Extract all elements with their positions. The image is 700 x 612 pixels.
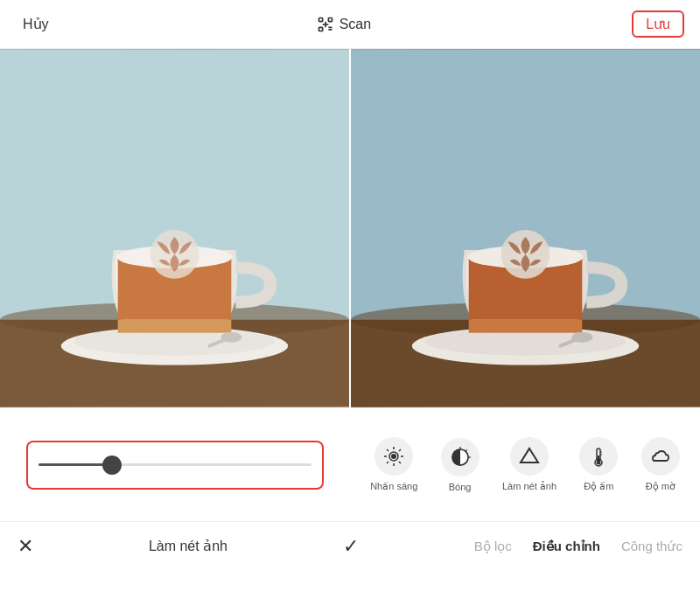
processed-photo-panel bbox=[349, 49, 700, 407]
svg-point-45 bbox=[469, 456, 471, 458]
svg-rect-26 bbox=[469, 320, 583, 333]
images-area bbox=[0, 49, 700, 407]
svg-rect-48 bbox=[598, 456, 599, 461]
blur-icon-circle bbox=[641, 437, 680, 476]
svg-rect-1 bbox=[328, 17, 332, 21]
svg-rect-2 bbox=[318, 27, 322, 31]
blur-icon bbox=[649, 445, 672, 468]
svg-marker-46 bbox=[521, 449, 538, 462]
sharpen-icon bbox=[518, 445, 541, 468]
tab-adjust[interactable]: Điều chỉnh bbox=[533, 539, 600, 554]
bottom-bar: ✕ Làm nét ảnh ✓ Bộ lọc Điều chỉnh Công t… bbox=[0, 521, 700, 570]
confirm-button[interactable]: ✓ bbox=[343, 535, 359, 558]
warmth-icon-item[interactable]: Độ ấm bbox=[579, 437, 618, 492]
contrast-label: Bóng bbox=[449, 482, 472, 492]
scan-button[interactable]: Scan bbox=[317, 16, 371, 33]
svg-line-38 bbox=[399, 449, 401, 451]
slider-section bbox=[0, 408, 350, 521]
warmth-label: Độ ấm bbox=[584, 481, 613, 492]
svg-point-44 bbox=[466, 449, 467, 451]
warmth-icon bbox=[587, 445, 610, 468]
blur-icon-item[interactable]: Độ mờ bbox=[641, 437, 680, 492]
save-button[interactable]: Lưu bbox=[632, 10, 684, 38]
slider-wrapper bbox=[26, 441, 324, 490]
brightness-icon-circle bbox=[374, 437, 413, 476]
svg-rect-0 bbox=[318, 17, 322, 21]
scan-icon bbox=[317, 16, 334, 33]
brightness-label: Nhấn sáng bbox=[370, 481, 417, 492]
contrast-icon-item[interactable]: Bóng bbox=[441, 438, 480, 492]
top-bar: Hủy Scan Lưu bbox=[0, 0, 700, 49]
cancel-button[interactable]: Hủy bbox=[16, 12, 56, 36]
sharpen-icon-item[interactable]: Làm nét ảnh bbox=[502, 437, 556, 492]
svg-line-37 bbox=[399, 462, 401, 463]
original-photo bbox=[0, 49, 349, 407]
svg-rect-14 bbox=[118, 320, 232, 333]
svg-point-43 bbox=[459, 447, 461, 449]
brightness-icon bbox=[382, 445, 405, 468]
tool-name-label: Làm nét ảnh bbox=[149, 538, 228, 554]
blur-label: Độ mờ bbox=[646, 481, 676, 492]
scan-label: Scan bbox=[340, 17, 371, 32]
contrast-icon-circle bbox=[441, 438, 480, 476]
sharpen-label: Làm nét ảnh bbox=[502, 481, 556, 492]
original-photo-panel bbox=[0, 49, 349, 407]
warmth-icon-circle bbox=[579, 437, 618, 476]
svg-line-36 bbox=[387, 449, 388, 451]
bottom-tabs: Bộ lọc Điều chỉnh Công thức bbox=[474, 539, 682, 554]
icons-section: Nhấn sáng Bóng bbox=[350, 408, 700, 521]
contrast-icon bbox=[449, 446, 472, 469]
brightness-icon-item[interactable]: Nhấn sáng bbox=[370, 437, 417, 492]
tab-filter[interactable]: Bộ lọc bbox=[474, 539, 512, 554]
coffee-cup-right-svg bbox=[351, 49, 700, 407]
adjustment-slider[interactable] bbox=[38, 463, 312, 466]
sharpen-icon-circle bbox=[510, 437, 549, 476]
controls-area: Nhấn sáng Bóng bbox=[0, 407, 700, 521]
svg-line-39 bbox=[387, 462, 388, 463]
coffee-cup-left-svg bbox=[0, 49, 349, 407]
svg-point-50 bbox=[597, 461, 601, 465]
close-button[interactable]: ✕ bbox=[18, 535, 33, 558]
processed-photo bbox=[351, 49, 700, 407]
tab-formula[interactable]: Công thức bbox=[621, 539, 682, 554]
svg-point-40 bbox=[391, 454, 396, 459]
bottom-left: ✕ bbox=[18, 535, 33, 558]
